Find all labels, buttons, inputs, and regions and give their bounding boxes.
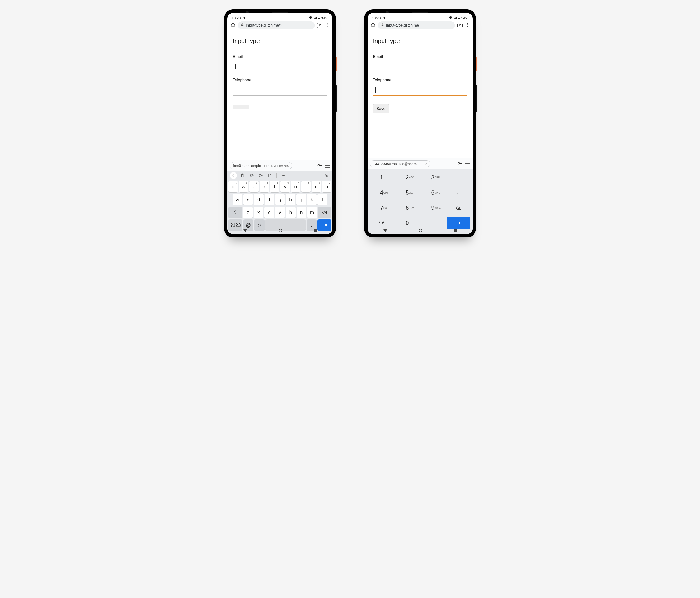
save-button[interactable]: Save xyxy=(373,104,389,113)
svg-rect-18 xyxy=(458,18,460,19)
numkey-3[interactable]: 3DEF xyxy=(421,171,445,184)
shift-key[interactable] xyxy=(228,207,242,218)
key-l[interactable]: l xyxy=(318,194,327,205)
android-nav-bar xyxy=(227,227,332,234)
telephone-field[interactable] xyxy=(233,84,327,96)
space-key[interactable]: ⎵ xyxy=(447,186,470,199)
key-g[interactable]: g xyxy=(275,194,285,205)
key-d[interactable]: d xyxy=(254,194,264,205)
key-u[interactable]: u7 xyxy=(291,181,300,192)
keyboard-back-button[interactable] xyxy=(230,172,237,179)
numkey-7[interactable]: 7PQRS xyxy=(370,201,393,214)
status-time: 19:23 xyxy=(232,16,241,20)
key-c[interactable]: c xyxy=(264,207,274,218)
nav-back-icon[interactable] xyxy=(383,229,387,232)
key-x[interactable]: x xyxy=(254,207,263,218)
password-key-icon[interactable] xyxy=(317,163,322,169)
key-y[interactable]: y6 xyxy=(280,181,290,192)
autofill-bar: +44123456789 foo@bar.example xyxy=(368,158,473,169)
page-title: Input type xyxy=(373,36,467,46)
svg-point-19 xyxy=(467,23,468,24)
key-k[interactable]: k xyxy=(307,194,317,205)
key-v[interactable]: v xyxy=(275,207,285,218)
overflow-menu-button[interactable] xyxy=(465,23,470,28)
nav-home-icon[interactable] xyxy=(279,229,282,232)
email-field[interactable] xyxy=(373,60,467,72)
soft-keyboard-qwerty: foo@bar.example +44 1234 56789 xyxy=(227,160,332,234)
key-i[interactable]: i8 xyxy=(301,181,311,192)
overflow-menu-button[interactable] xyxy=(325,23,330,28)
home-icon[interactable] xyxy=(230,22,235,28)
tab-switcher-button[interactable]: :D xyxy=(457,23,462,28)
numkey-1[interactable]: 1 xyxy=(370,171,393,184)
svg-point-22 xyxy=(458,163,460,164)
key-t[interactable]: t5 xyxy=(270,181,279,192)
numkey-2[interactable]: 2ABC xyxy=(396,171,419,184)
autofill-bar: foo@bar.example +44 1234 56789 xyxy=(227,160,332,171)
sticker-icon[interactable] xyxy=(267,173,273,178)
nav-home-icon[interactable] xyxy=(419,229,422,232)
cell-signal-icon xyxy=(453,16,457,20)
cell-signal-icon xyxy=(314,16,317,20)
key-a[interactable]: a xyxy=(233,194,243,205)
telephone-field[interactable] xyxy=(373,84,467,96)
nav-recents-icon[interactable] xyxy=(314,229,317,232)
numkey-4[interactable]: 4GHI xyxy=(370,186,393,199)
key-h[interactable]: h xyxy=(286,194,295,205)
backspace-key[interactable] xyxy=(447,201,470,214)
nav-back-icon[interactable] xyxy=(243,229,247,232)
key-r[interactable]: r4 xyxy=(259,181,269,192)
numkey-5[interactable]: 5JKL xyxy=(396,186,419,199)
key-j[interactable]: j xyxy=(296,194,306,205)
key-f[interactable]: f xyxy=(265,194,274,205)
email-field[interactable] xyxy=(233,60,327,72)
nav-recents-icon[interactable] xyxy=(454,229,457,232)
volume-button xyxy=(476,85,477,111)
url-text: input-type.glitch.me/? xyxy=(246,23,282,28)
svg-point-10 xyxy=(260,175,261,175)
save-button-partial[interactable] xyxy=(233,105,249,109)
svg-point-11 xyxy=(261,175,262,175)
autofill-chip[interactable]: +44123456789 foo@bar.example xyxy=(370,160,430,167)
autofill-chip[interactable]: foo@bar.example +44 1234 56789 xyxy=(230,162,292,169)
address-bar[interactable]: input-type.glitch.me/? xyxy=(238,21,315,29)
more-icon[interactable] xyxy=(280,173,286,178)
payment-card-icon[interactable] xyxy=(465,162,470,166)
key-p[interactable]: p0 xyxy=(322,181,331,192)
payment-card-icon[interactable] xyxy=(325,164,330,168)
hourglass-icon: ⧗ xyxy=(243,16,246,20)
gear-icon[interactable] xyxy=(248,173,255,178)
key-n[interactable]: n xyxy=(297,207,306,218)
password-key-icon[interactable] xyxy=(457,161,462,167)
status-bar: 19:23 ⧗ 34% xyxy=(227,13,332,20)
numkey-8[interactable]: 8TUV xyxy=(396,201,419,214)
clipboard-icon[interactable] xyxy=(239,173,246,178)
numkey-6[interactable]: 6MNO xyxy=(421,186,445,199)
keyboard-toolbar xyxy=(227,171,332,180)
dash-key[interactable]: – xyxy=(447,171,470,184)
key-m[interactable]: m xyxy=(307,207,317,218)
home-icon[interactable] xyxy=(370,22,376,28)
autofill-phone: +44123456789 xyxy=(373,162,397,166)
palette-icon[interactable] xyxy=(257,173,264,178)
tab-switcher-button[interactable]: :D xyxy=(317,23,322,28)
android-nav-bar xyxy=(368,227,473,234)
key-z[interactable]: z xyxy=(243,207,253,218)
svg-point-6 xyxy=(318,164,320,166)
hourglass-icon: ⧗ xyxy=(383,16,385,20)
key-w[interactable]: w2 xyxy=(239,181,248,192)
wifi-icon xyxy=(449,16,453,20)
key-o[interactable]: o9 xyxy=(311,181,321,192)
svg-point-14 xyxy=(284,175,285,176)
key-b[interactable]: b xyxy=(286,207,296,218)
key-q[interactable]: q1 xyxy=(228,181,238,192)
battery-percent: 34% xyxy=(321,16,328,20)
key-e[interactable]: e3 xyxy=(249,181,259,192)
page-title: Input type xyxy=(233,36,327,46)
backspace-key[interactable] xyxy=(318,207,331,218)
mic-off-icon[interactable] xyxy=(323,173,330,178)
svg-point-12 xyxy=(282,175,282,176)
address-bar[interactable]: input-type.glitch.me xyxy=(378,21,455,29)
key-s[interactable]: s xyxy=(243,194,253,205)
numkey-9[interactable]: 9WXYZ xyxy=(421,201,445,214)
